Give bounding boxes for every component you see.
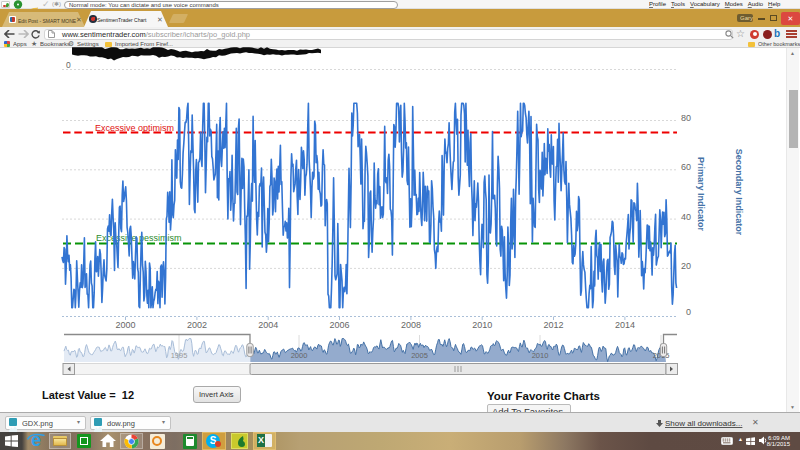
svg-text:Primary Indicator: Primary Indicator: [696, 157, 706, 232]
svg-text:Excessive optimism: Excessive optimism: [95, 123, 174, 133]
svg-text:2010: 2010: [532, 351, 549, 360]
svg-text:2012: 2012: [543, 320, 563, 330]
svg-text:2002: 2002: [187, 320, 207, 330]
svg-text:2000: 2000: [115, 320, 135, 330]
svg-text:80: 80: [681, 113, 691, 123]
svg-text:2008: 2008: [401, 320, 421, 330]
svg-text:1995: 1995: [171, 351, 188, 360]
svg-text:Secondary Indicator: Secondary Indicator: [734, 149, 744, 236]
svg-text:2000: 2000: [291, 351, 308, 360]
svg-text:2005: 2005: [411, 351, 428, 360]
svg-text:20: 20: [681, 261, 691, 271]
svg-text:60: 60: [681, 162, 691, 172]
svg-text:2014: 2014: [615, 320, 635, 330]
svg-text:2010: 2010: [472, 320, 492, 330]
svg-text:Excessive pessimism: Excessive pessimism: [96, 233, 182, 243]
svg-text:40: 40: [681, 212, 691, 222]
svg-text:0: 0: [66, 60, 71, 70]
svg-text:0: 0: [686, 307, 691, 317]
svg-text:2006: 2006: [329, 320, 349, 330]
svg-text:2004: 2004: [258, 320, 278, 330]
